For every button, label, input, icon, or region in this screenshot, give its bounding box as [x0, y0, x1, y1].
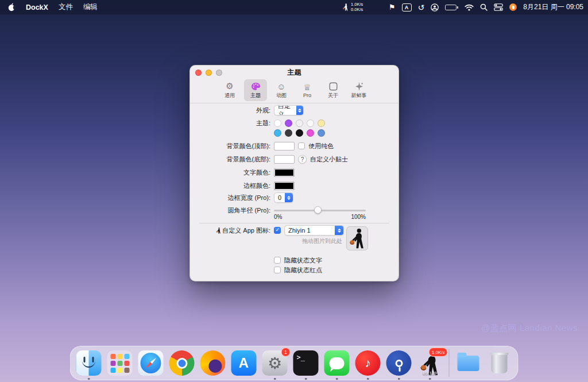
- theme-swatch-row-1: 主题:: [199, 119, 389, 127]
- appearance-popup[interactable]: 自定义: [274, 105, 304, 115]
- slider-thumb[interactable]: [314, 206, 322, 214]
- search-icon[interactable]: [480, 3, 488, 11]
- border-width-stepper[interactable]: 0: [274, 192, 293, 203]
- app-icon-popup[interactable]: Zhiyin 1: [284, 225, 344, 236]
- stepper-chevrons-icon: [285, 192, 293, 203]
- tab-theme[interactable]: 主题: [244, 79, 267, 101]
- tab-about[interactable]: 关于: [322, 79, 345, 101]
- border-color-label: 边框颜色:: [199, 182, 270, 190]
- dock-folder[interactable]: [455, 350, 482, 376]
- history-clock-icon[interactable]: ↺: [418, 3, 425, 11]
- running-indicator: [367, 378, 369, 380]
- theme-swatch[interactable]: [285, 129, 292, 137]
- keyboard-flag-icon[interactable]: ⚑: [389, 3, 396, 11]
- folder-icon: [456, 350, 481, 376]
- running-indicator: [88, 378, 90, 380]
- text-color-well[interactable]: [274, 168, 295, 177]
- running-indicator: [398, 378, 400, 380]
- menubar-app-name[interactable]: DockX: [26, 3, 48, 11]
- apple-menu-icon[interactable]: [8, 3, 16, 11]
- music-app-icon: ♪: [355, 350, 381, 376]
- window-titlebar[interactable]: 主题: [190, 65, 399, 79]
- menu-edit[interactable]: 编辑: [83, 2, 98, 12]
- bg-top-row: 背景颜色(顶部): 使用纯色: [199, 141, 389, 151]
- theme-swatch[interactable]: [318, 119, 325, 127]
- app-icon-checkbox[interactable]: [274, 227, 281, 234]
- app-icon-label: 自定义 App 图标:: [222, 227, 270, 234]
- menubar-clock[interactable]: 8月21日 周一 09:05: [523, 2, 583, 12]
- app-icon-preview[interactable]: [346, 226, 368, 250]
- menu-file[interactable]: 文件: [59, 2, 73, 12]
- dockx-status-icon[interactable]: [509, 3, 517, 11]
- net-speed-player-icon: [342, 3, 349, 11]
- control-center-icon[interactable]: [494, 3, 503, 11]
- use-solid-checkbox[interactable]: [298, 142, 305, 149]
- close-button[interactable]: [195, 70, 202, 76]
- theme-swatch[interactable]: [274, 119, 281, 127]
- dock-launchpad[interactable]: [107, 350, 133, 376]
- dock-settings[interactable]: ⚙ 1: [262, 350, 288, 376]
- help-button[interactable]: ?: [298, 155, 307, 164]
- finder-icon: [76, 350, 102, 376]
- user-account-icon[interactable]: [431, 3, 439, 11]
- zoom-button[interactable]: [216, 70, 222, 76]
- wifi-icon[interactable]: [465, 4, 474, 11]
- border-width-label: 边框宽度 (Pro):: [199, 194, 270, 202]
- terminal-icon: >_: [293, 350, 319, 376]
- minimize-button[interactable]: [206, 70, 212, 76]
- dock-messages[interactable]: [324, 350, 350, 376]
- border-color-well[interactable]: [274, 182, 295, 190]
- theme-swatch[interactable]: [318, 129, 325, 137]
- input-method-icon[interactable]: A: [402, 3, 412, 11]
- chrome-icon: [169, 350, 195, 376]
- dock-chrome[interactable]: [169, 350, 195, 376]
- dock-trash[interactable]: [486, 350, 513, 376]
- tab-general[interactable]: ⚙ 通用: [218, 79, 241, 101]
- dock-terminal[interactable]: >_: [293, 350, 319, 376]
- theme-swatch[interactable]: [285, 119, 292, 127]
- dock-separator: [449, 349, 450, 377]
- theme-swatch[interactable]: [307, 119, 314, 127]
- tab-animation[interactable]: ☺ 动图: [270, 79, 293, 101]
- custom-tip-label: 自定义小贴士: [310, 155, 348, 164]
- section-divider: [199, 223, 389, 223]
- hide-status-text-label: 隐藏状态文字: [284, 256, 322, 265]
- tab-pro[interactable]: ♕ Pro: [296, 79, 319, 101]
- dock-safari[interactable]: [138, 350, 164, 376]
- running-indicator: [274, 378, 276, 380]
- dock-finder[interactable]: [76, 350, 102, 376]
- dock-music-app[interactable]: ♪: [355, 350, 381, 376]
- hide-status-text-checkbox[interactable]: [274, 257, 281, 264]
- bg-bottom-label: 背景颜色(底部):: [199, 155, 270, 164]
- theme-swatch[interactable]: [296, 119, 303, 127]
- border-color-row: 边框颜色:: [199, 180, 389, 191]
- sparkle-icon: [355, 82, 363, 91]
- dock-firefox[interactable]: [200, 350, 226, 376]
- text-color-label: 文字颜色:: [199, 168, 270, 177]
- dock-dockx[interactable]: 1.0K/s 89:139: [417, 350, 443, 376]
- dock-app-store[interactable]: A: [231, 350, 257, 376]
- theme-swatch[interactable]: [307, 129, 314, 137]
- running-indicator: [336, 378, 338, 380]
- border-width-row: 边框宽度 (Pro): 0: [199, 192, 389, 203]
- player-mini-icon: [216, 227, 221, 234]
- theme-swatch[interactable]: [274, 129, 281, 137]
- net-speed-down: 0.0K/s: [351, 7, 363, 13]
- dock-password-app[interactable]: [386, 350, 412, 376]
- theme-swatch[interactable]: [296, 129, 303, 137]
- dockx-stat-text: 89:139: [423, 371, 436, 376]
- radius-slider[interactable]: [274, 206, 366, 214]
- app-square-icon: [329, 82, 338, 91]
- smiley-icon: ☺: [277, 82, 285, 91]
- popup-chevrons-icon: [296, 105, 303, 115]
- tab-news[interactable]: 新鲜事: [347, 79, 370, 101]
- menubar-net-speed[interactable]: 1.0K/s 0.0K/s: [342, 0, 363, 14]
- hide-status-dot-label: 隐藏状态红点: [284, 266, 322, 275]
- messages-icon: [324, 350, 350, 376]
- theme-swatch-row-2: [199, 129, 389, 137]
- battery-icon[interactable]: [445, 5, 458, 10]
- hide-status-dot-checkbox[interactable]: [274, 267, 281, 273]
- palette-icon: [251, 82, 261, 91]
- bg-top-color-well[interactable]: [274, 142, 295, 151]
- bg-bottom-color-well[interactable]: [274, 155, 295, 164]
